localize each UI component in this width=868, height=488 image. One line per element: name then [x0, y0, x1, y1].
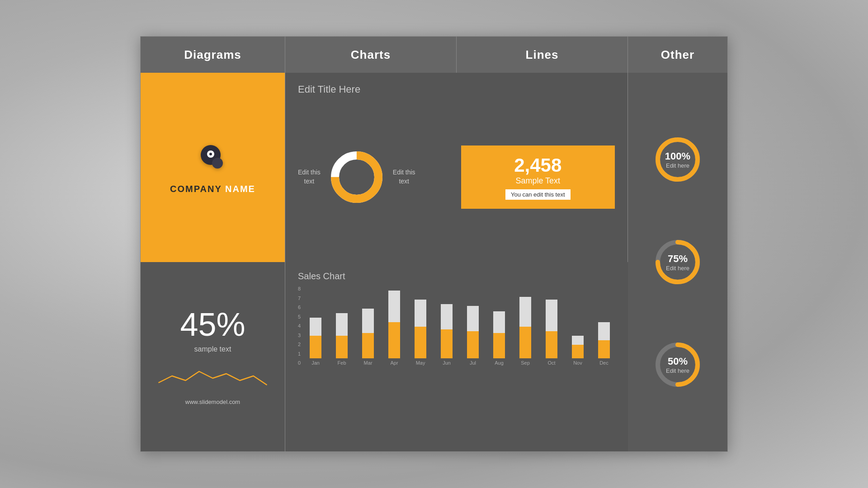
circle-sub-100: Edit here — [665, 162, 690, 169]
header-other: Other — [628, 37, 727, 73]
donut-chart — [330, 150, 384, 204]
bar-orange — [572, 345, 584, 358]
charts-top-cell: Edit Title Here Edit thistext Edit thist… — [285, 73, 628, 262]
bar-orange — [310, 336, 321, 358]
company-name-highlight: COMPANY — [170, 184, 222, 194]
bar-group: Feb — [330, 286, 353, 366]
circle-stat-100: 100% Edit here — [653, 135, 703, 184]
stat-sub[interactable]: You can edit this text — [505, 189, 571, 200]
header-charts: Charts — [285, 37, 457, 73]
svg-point-1 — [212, 158, 223, 169]
bar-white — [441, 304, 453, 329]
bar-group: Sep — [514, 286, 537, 366]
bar-wrapper — [598, 286, 610, 358]
header-diagrams: Diagrams — [141, 37, 285, 73]
bar-wrapper — [415, 286, 426, 358]
bar-wrapper — [362, 286, 374, 358]
bar-wrapper — [388, 286, 400, 358]
bar-white — [572, 336, 584, 345]
bar-wrapper — [493, 286, 505, 358]
company-name-rest: NAME — [222, 184, 255, 194]
circle-label-100: 100% — [665, 150, 690, 162]
bar-white — [519, 297, 531, 327]
bar-orange — [598, 340, 610, 358]
bar-white — [546, 300, 557, 331]
bar-white — [493, 311, 505, 333]
donut-right-label[interactable]: Edit thistext — [393, 168, 415, 186]
bar-month-label: Nov — [573, 360, 582, 366]
header-lines-label: Lines — [526, 48, 559, 62]
bar-group: Oct — [540, 286, 563, 366]
bar-group: Apr — [383, 286, 406, 366]
donut-left-label[interactable]: Edit thistext — [298, 168, 321, 186]
bar-month-label: Jun — [443, 360, 451, 366]
big-percent: 45% — [180, 308, 245, 341]
other-cell: 100% Edit here 75% Edit here — [628, 73, 727, 451]
bar-month-label: Feb — [338, 360, 346, 366]
bar-group: Jun — [435, 286, 458, 366]
svg-point-3 — [209, 153, 212, 155]
stats-cell: 45% sample text www.slidemodel.com — [141, 262, 285, 451]
dashboard: Diagrams Charts Lines Other COMPANY NAME… — [140, 36, 728, 452]
bar-white — [598, 322, 610, 340]
header-charts-label: Charts — [351, 48, 391, 62]
bar-orange — [415, 327, 426, 358]
stat-text: Sample Text — [515, 176, 560, 186]
company-cell: COMPANY NAME — [141, 73, 285, 262]
circle-inner-100: 100% Edit here — [665, 150, 690, 169]
bar-chart-y-axis: 012345678 — [298, 286, 304, 376]
circle-svg-50: 50% Edit here — [653, 340, 703, 389]
bar-wrapper — [546, 286, 557, 358]
bar-orange — [546, 331, 557, 358]
bar-group: Jul — [462, 286, 484, 366]
bar-chart-cell: Sales Chart 012345678 Jan Feb Mar Apr — [285, 262, 628, 451]
sparkline-container — [150, 362, 276, 391]
bar-wrapper — [336, 286, 348, 358]
circle-label-50: 50% — [666, 356, 689, 367]
bar-group: Jan — [304, 286, 327, 366]
bar-month-label: Aug — [495, 360, 504, 366]
bar-wrapper — [572, 286, 584, 358]
stat-number: 2,458 — [514, 155, 561, 176]
circle-sub-50: Edit here — [666, 367, 689, 374]
circle-label-75: 75% — [666, 253, 689, 265]
bar-group: Mar — [357, 286, 379, 366]
circle-svg-75: 75% Edit here — [653, 237, 703, 287]
bar-month-label: Mar — [364, 360, 373, 366]
bar-orange — [362, 333, 374, 358]
bar-month-label: Apr — [391, 360, 398, 366]
bar-month-label: Jan — [311, 360, 320, 366]
bar-orange — [388, 322, 400, 358]
charts-top-title[interactable]: Edit Title Here — [298, 84, 615, 95]
donut-section: Edit thistext Edit thistext — [298, 150, 452, 204]
bar-group: Nov — [566, 286, 589, 366]
sample-text: sample text — [194, 345, 231, 353]
header-lines: Lines — [457, 37, 628, 73]
header-other-label: Other — [661, 48, 694, 62]
bar-orange — [467, 331, 479, 358]
bar-wrapper — [519, 286, 531, 358]
circle-svg-100: 100% Edit here — [653, 135, 703, 184]
charts-top-content: Edit thistext Edit thistext 2,4 — [298, 104, 615, 249]
bar-month-label: Dec — [599, 360, 609, 366]
bar-wrapper — [310, 286, 321, 358]
bar-white — [388, 291, 400, 322]
bar-group: May — [409, 286, 432, 366]
bar-orange — [519, 327, 531, 358]
bar-white — [362, 309, 374, 333]
bar-wrapper — [441, 286, 453, 358]
bar-chart-bars: Jan Feb Mar Apr May Jun — [304, 286, 615, 376]
bar-white — [336, 313, 348, 336]
bar-month-label: Sep — [521, 360, 530, 366]
header-diagrams-label: Diagrams — [184, 48, 241, 62]
bar-month-label: Oct — [547, 360, 555, 366]
bar-chart-title: Sales Chart — [298, 271, 615, 282]
stat-box-wrapper: 2,458 Sample Text You can edit this text — [461, 145, 615, 209]
circle-sub-75: Edit here — [666, 265, 689, 272]
circle-inner-75: 75% Edit here — [666, 253, 689, 272]
bar-wrapper — [467, 286, 479, 358]
sparkline-svg — [154, 362, 271, 389]
circle-inner-50: 50% Edit here — [666, 356, 689, 374]
bar-month-label: May — [416, 360, 425, 366]
company-logo — [195, 141, 231, 177]
